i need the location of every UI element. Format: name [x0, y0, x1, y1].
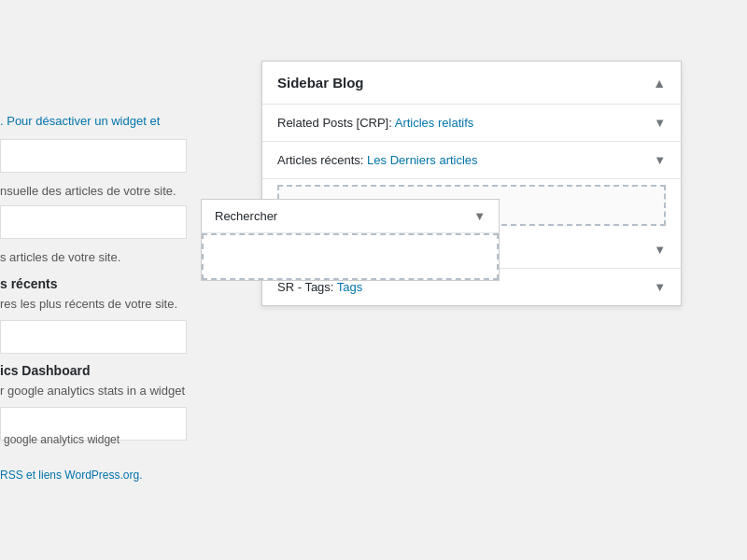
widget-arrow-articles-recents: ▼ [654, 153, 666, 167]
left-line1: . Pour désactiver un widget et [0, 114, 160, 128]
left-widget-box-2 [0, 205, 187, 239]
widget-label-sr-tags: SR - Tags: Tags [277, 280, 362, 294]
rechercher-dropdown[interactable]: Rechercher ▼ [201, 199, 500, 281]
left-line3: s articles de votre site. [0, 250, 120, 264]
sidebar-blog-title: Sidebar Blog [277, 75, 364, 91]
rechercher-label: Rechercher [215, 209, 277, 223]
widget-label-related-posts: Related Posts [CRP]: Articles relatifs [277, 116, 473, 130]
left-line2: nsuelle des articles de votre site. [0, 184, 176, 198]
widget-arrow-related-posts: ▼ [654, 116, 666, 130]
widget-arrow-nuage: ▼ [654, 243, 666, 257]
section2-desc: r google analytics stats in a widget [0, 384, 185, 398]
widget-row-articles-recents[interactable]: Articles récents: Les Derniers articles … [262, 142, 681, 179]
left-widget-box-1 [0, 139, 187, 173]
collapse-icon[interactable]: ▲ [653, 76, 666, 91]
section2-title: ics Dashboard [0, 363, 243, 378]
rechercher-header[interactable]: Rechercher ▼ [202, 200, 499, 233]
widget-arrow-sr-tags: ▼ [654, 280, 666, 294]
widget-label-articles-recents: Articles récents: Les Derniers articles [277, 153, 478, 167]
google-analytics-widget-label: google analytics widget [0, 433, 120, 446]
rechercher-dashed-area [202, 233, 499, 280]
widget-row-related-posts[interactable]: Related Posts [CRP]: Articles relatifs ▼ [262, 105, 681, 142]
section1-desc: res les plus récents de votre site. [0, 297, 177, 311]
rechercher-arrow: ▼ [473, 209, 486, 223]
footer-text: RSS et liens WordPress.org. [0, 469, 243, 482]
sidebar-blog-header[interactable]: Sidebar Blog ▲ [262, 62, 681, 105]
left-widget-box-3 [0, 320, 187, 354]
